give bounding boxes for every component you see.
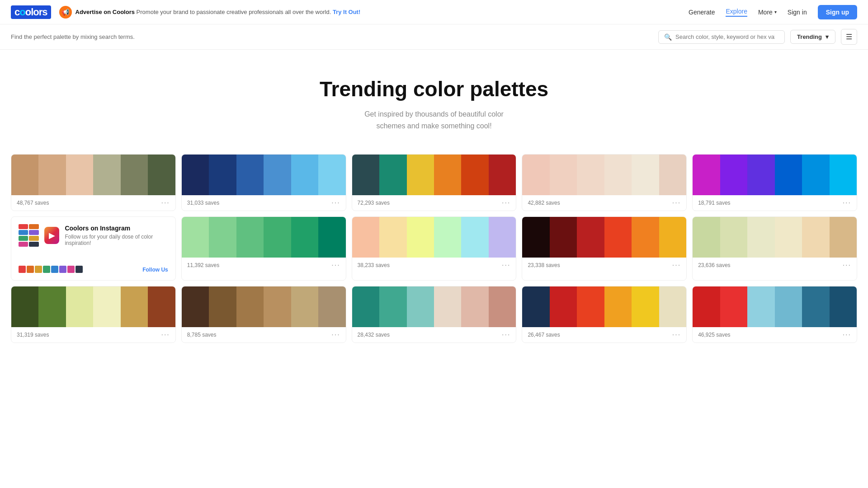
color-swatch xyxy=(264,217,291,258)
color-swatch xyxy=(604,217,632,258)
color-swatch xyxy=(693,286,720,327)
palette-card[interactable]: 18,791 saves··· xyxy=(692,154,857,211)
color-swatch xyxy=(747,217,774,258)
ig-title: Coolors on Instagram xyxy=(65,225,168,232)
color-swatch xyxy=(93,155,120,195)
color-swatch xyxy=(577,155,604,195)
trending-select[interactable]: Trending ▾ xyxy=(790,30,835,44)
palette-card[interactable]: 38,233 saves··· xyxy=(352,216,517,281)
logo[interactable]: coolors xyxy=(11,5,51,19)
palette-card[interactable]: 11,392 saves··· xyxy=(181,216,346,281)
color-swatch xyxy=(632,155,659,195)
more-options-button[interactable]: ··· xyxy=(843,261,851,269)
saves-count: 48,767 saves xyxy=(17,200,49,206)
saves-count: 31,033 saves xyxy=(187,200,219,206)
ig-bottom-swatch xyxy=(43,266,50,273)
palette-card[interactable]: 26,467 saves··· xyxy=(522,286,687,343)
more-options-button[interactable]: ··· xyxy=(331,199,340,207)
ad-icon: 📢 xyxy=(59,6,72,19)
more-options-button[interactable]: ··· xyxy=(502,331,510,339)
color-swatch xyxy=(522,155,549,195)
menu-button[interactable]: ☰ xyxy=(841,29,857,45)
color-swatch xyxy=(318,217,345,258)
sign-up-button[interactable]: Sign up xyxy=(818,5,857,19)
try-it-link[interactable]: Try It Out! xyxy=(333,9,360,15)
more-options-button[interactable]: ··· xyxy=(502,199,510,207)
palette-card[interactable]: 23,338 saves··· xyxy=(522,216,687,281)
palette-card[interactable]: 31,319 saves··· xyxy=(11,286,176,343)
search-input[interactable] xyxy=(675,33,775,40)
ad-desc: Promote your brand to passionate creativ… xyxy=(137,9,331,15)
color-swatch xyxy=(407,217,434,258)
saves-count: 23,636 saves xyxy=(698,262,730,268)
palette-card[interactable]: 28,432 saves··· xyxy=(352,286,517,343)
ig-color-block xyxy=(19,236,28,241)
hero-subtitle: Get inspired by thousands of beautiful c… xyxy=(11,108,857,131)
palette-card[interactable]: 72,293 saves··· xyxy=(352,154,517,211)
color-swatch xyxy=(550,217,577,258)
color-swatch xyxy=(236,155,264,195)
color-swatch xyxy=(830,217,857,258)
color-swatch xyxy=(577,286,604,327)
hero-title: Trending color palettes xyxy=(11,77,857,101)
more-options-button[interactable]: ··· xyxy=(843,199,851,207)
color-swatch xyxy=(720,286,747,327)
palette-card[interactable]: 42,882 saves··· xyxy=(522,154,687,211)
saves-count: 31,319 saves xyxy=(17,332,49,338)
color-swatch xyxy=(209,217,236,258)
color-swatch xyxy=(38,155,66,195)
ig-color-block xyxy=(19,224,28,229)
more-options-button[interactable]: ··· xyxy=(161,331,170,339)
palette-card[interactable]: 31,033 saves··· xyxy=(181,154,346,211)
nav-more[interactable]: More ▾ xyxy=(758,9,777,16)
color-swatch xyxy=(121,155,148,195)
nav-explore[interactable]: Explore xyxy=(726,8,747,17)
color-swatch xyxy=(66,155,93,195)
more-options-button[interactable]: ··· xyxy=(672,199,681,207)
trending-label: Trending xyxy=(797,33,822,40)
color-swatch xyxy=(93,286,120,327)
color-swatch xyxy=(379,286,406,327)
palette-card[interactable]: 8,785 saves··· xyxy=(181,286,346,343)
color-swatch xyxy=(236,286,264,327)
more-options-button[interactable]: ··· xyxy=(331,331,340,339)
color-swatch xyxy=(318,155,345,195)
more-options-button[interactable]: ··· xyxy=(331,261,340,269)
color-swatch xyxy=(407,155,434,195)
ig-bottom-swatch xyxy=(19,266,26,273)
ig-color-block xyxy=(29,224,38,229)
chevron-down-icon: ▾ xyxy=(774,9,777,14)
palette-card[interactable]: 23,636 saves··· xyxy=(692,216,857,281)
color-swatch xyxy=(121,286,148,327)
saves-count: 42,882 saves xyxy=(528,200,560,206)
color-swatch xyxy=(379,217,406,258)
color-swatch xyxy=(66,286,93,327)
palette-card[interactable]: 46,925 saves··· xyxy=(692,286,857,343)
color-swatch xyxy=(720,217,747,258)
nav-generate[interactable]: Generate xyxy=(689,9,715,16)
sign-in-link[interactable]: Sign in xyxy=(788,9,807,16)
color-swatch xyxy=(291,155,318,195)
color-swatch xyxy=(182,155,209,195)
palette-card[interactable]: 48,767 saves··· xyxy=(11,154,176,211)
color-swatch xyxy=(182,286,209,327)
more-options-button[interactable]: ··· xyxy=(502,261,510,269)
color-swatch xyxy=(747,286,774,327)
color-swatch xyxy=(264,286,291,327)
chevron-down-icon: ▾ xyxy=(826,33,829,40)
color-swatch xyxy=(693,155,720,195)
saves-count: 11,392 saves xyxy=(187,262,219,268)
more-options-button[interactable]: ··· xyxy=(672,261,681,269)
color-swatch xyxy=(489,155,516,195)
color-swatch xyxy=(209,286,236,327)
ig-desc: Follow us for your daily dose of color i… xyxy=(65,234,168,246)
follow-us-button[interactable]: Follow Us xyxy=(142,267,168,273)
navbar: coolors 📢 Advertise on Coolors Promote y… xyxy=(0,0,868,24)
more-options-button[interactable]: ··· xyxy=(161,199,170,207)
more-options-button[interactable]: ··· xyxy=(672,331,681,339)
more-options-button[interactable]: ··· xyxy=(843,331,851,339)
saves-count: 38,233 saves xyxy=(358,262,390,268)
ig-color-block xyxy=(29,236,38,241)
color-swatch xyxy=(489,217,516,258)
color-swatch xyxy=(747,155,774,195)
